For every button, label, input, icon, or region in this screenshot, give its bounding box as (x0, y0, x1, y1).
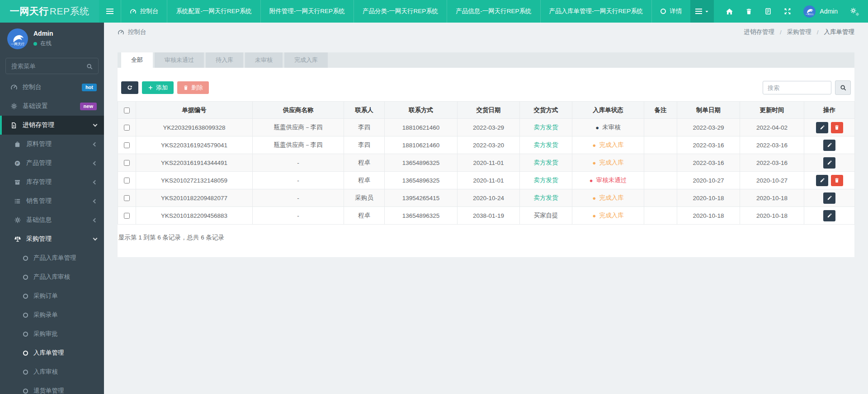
sidebar-item-dashboard[interactable]: 控制台 hot (0, 78, 104, 97)
filter-tab-all[interactable]: 全部 (121, 52, 153, 68)
breadcrumb-item[interactable]: 进销存管理 (744, 28, 774, 36)
new-badge: new (80, 103, 97, 110)
clear-button[interactable] (745, 8, 752, 15)
sidebar-item-inbound-mgmt[interactable]: 入库单管理 (0, 343, 104, 362)
edit-button[interactable] (823, 140, 835, 151)
caret-down-icon (704, 9, 709, 14)
navbar-quick-actions: Admin (714, 0, 868, 23)
row-checkbox[interactable] (124, 125, 130, 131)
col-created: 制单日期 (677, 102, 740, 119)
sidebar-item-purchase[interactable]: 采购管理 (0, 230, 104, 249)
circle-o-icon (23, 256, 28, 261)
edit-button[interactable] (823, 192, 835, 204)
sidebar-item-inbound-audit[interactable]: 入库审核 (0, 362, 104, 381)
sidebar-item-purchase-order[interactable]: 采购订单 (0, 286, 104, 305)
edit-button[interactable] (816, 122, 828, 133)
row-checkbox[interactable] (124, 178, 130, 183)
status-dot-icon: ● (590, 178, 593, 183)
sidebar-item-purchase-entry[interactable]: 采购录单 (0, 305, 104, 324)
row-checkbox[interactable] (124, 142, 130, 148)
sidebar-item-materials[interactable]: 原料管理 (0, 135, 104, 154)
breadcrumb-item[interactable]: 采购管理 (787, 28, 811, 36)
updated-date: 2020-10-27 (756, 177, 788, 184)
search-icon[interactable] (86, 62, 93, 70)
nav-tab-label: 产品信息-一网天行REP系统 (456, 7, 531, 15)
nav-tab-attachments[interactable]: 附件管理-一网天行REP系统 (260, 0, 354, 23)
status-badge: ●完成入库 (593, 159, 624, 167)
updated-date: 2020-10-18 (756, 212, 788, 219)
delete-button-disabled[interactable]: 删除 (177, 81, 209, 94)
username: Admin (820, 8, 838, 15)
contact: 程卓 (358, 159, 370, 166)
sidebar-item-products[interactable]: 产品管理 (0, 154, 104, 173)
sidebar-item-purchase-approval[interactable]: 采购审批 (0, 324, 104, 343)
edit-button[interactable] (823, 210, 835, 221)
phone: 13954265415 (402, 195, 440, 202)
sidebar-item-product-inbound-audit[interactable]: 产品入库审核 (0, 267, 104, 286)
edit-button[interactable] (823, 157, 835, 169)
circle-o-icon (23, 370, 28, 375)
col-remark: 备注 (644, 102, 677, 119)
row-checkbox[interactable] (124, 213, 130, 219)
phone: 13654896325 (402, 212, 440, 219)
supplier: 瓶盖供应商－李四 (274, 141, 323, 148)
breadcrumb-home[interactable]: 控制台 (118, 28, 146, 36)
select-all-checkbox[interactable] (124, 108, 130, 113)
chevron-left-icon (93, 218, 98, 222)
avatar[interactable] (7, 28, 28, 49)
updated-date: 2020-10-18 (756, 195, 788, 202)
sidebar-item-product-inbound-mgmt[interactable]: 产品入库单管理 (0, 249, 104, 267)
filter-tab-unaudited[interactable]: 未审核 (245, 52, 283, 68)
sidebar-item-return-mgmt[interactable]: 退货单管理 (0, 381, 104, 394)
nav-tab-dashboard[interactable]: 控制台 (121, 0, 167, 23)
edit-icon (826, 142, 832, 148)
archive-icon (14, 179, 21, 186)
edit-button[interactable] (816, 175, 828, 186)
table-header-row: 单据编号 供应商名称 联系人 联系方式 交货日期 交货方式 入库单状态 备注 制… (118, 102, 855, 119)
tab-list-dropdown-button[interactable] (690, 0, 714, 23)
nav-tab-product-category[interactable]: 产品分类-一网天行REP系统 (354, 0, 447, 23)
main-area: 控制台 进销存管理 / 采购管理 / 入库单管理 全部 审核未通过 待入库 未审… (104, 23, 868, 394)
sidebar-item-sales[interactable]: 销售管理 (0, 192, 104, 211)
sidebar-item-base-info[interactable]: 基础信息 (0, 211, 104, 230)
delete-button[interactable] (831, 122, 843, 133)
home-button[interactable] (726, 8, 733, 15)
fullscreen-button[interactable] (784, 8, 791, 15)
filter-tab-inbound-done[interactable]: 完成入库 (284, 52, 328, 68)
sidebar-item-base-settings[interactable]: 基础设置 new (0, 97, 104, 116)
filter-tab-audit-failed[interactable]: 审核未通过 (155, 52, 204, 68)
nav-tab-system-config[interactable]: 系统配置-一网天行REP系统 (167, 0, 260, 23)
app-logo: 一网天行REP系统 (0, 0, 99, 23)
status-badge: ●未审核 (595, 123, 620, 131)
trash-icon (834, 178, 840, 183)
delivery-date: 2038-01-19 (473, 212, 504, 219)
search-input[interactable] (763, 81, 831, 94)
menu-search-input[interactable] (11, 63, 83, 70)
sidebar-item-inventory[interactable]: 库存管理 (0, 173, 104, 192)
delivery-mode: 卖方发货 (534, 141, 558, 148)
search-button[interactable] (835, 80, 851, 95)
delete-button[interactable] (831, 175, 843, 186)
delivery-date: 2020-10-24 (473, 195, 504, 202)
refresh-button[interactable] (121, 81, 138, 94)
breadcrumb: 进销存管理 / 采购管理 / 入库单管理 (744, 28, 854, 36)
sidebar-toggle-button[interactable] (99, 0, 121, 23)
col-phone: 联系方式 (385, 102, 458, 119)
row-checkbox[interactable] (124, 160, 130, 166)
user-menu[interactable]: Admin (803, 5, 838, 18)
nav-tab-detail[interactable]: 详情 (651, 0, 690, 23)
circle-o-icon (23, 313, 28, 318)
filter-tab-pending-inbound[interactable]: 待入库 (206, 52, 243, 68)
edit-icon (819, 178, 825, 183)
nav-tab-product-info[interactable]: 产品信息-一网天行REP系统 (447, 0, 540, 23)
phone: 13654896325 (402, 159, 440, 166)
nav-tab-product-inbound[interactable]: 产品入库单管理-一网天行REP系统 (540, 0, 652, 23)
col-updated: 更新时间 (740, 102, 804, 119)
add-button[interactable]: 添加 (142, 81, 174, 94)
edit-icon (826, 213, 832, 219)
sidebar-item-psi[interactable]: 进销存管理 (0, 116, 104, 135)
log-button[interactable] (764, 8, 772, 15)
settings-button[interactable] (850, 7, 859, 15)
row-checkbox[interactable] (124, 195, 130, 201)
table-row: YKS2203161914344491 - 程卓 13654896325 202… (118, 154, 855, 172)
